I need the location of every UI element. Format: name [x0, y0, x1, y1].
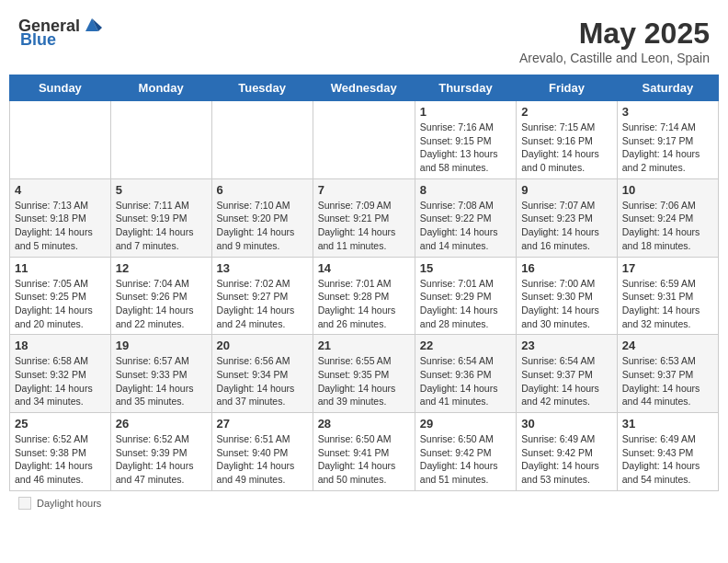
header-saturday: Saturday: [617, 75, 718, 101]
logo-blue-text: Blue: [20, 30, 56, 50]
day-info: Sunrise: 7:02 AM Sunset: 9:27 PM Dayligh…: [217, 277, 308, 331]
calendar-cell: 14Sunrise: 7:01 AM Sunset: 9:28 PM Dayli…: [313, 257, 415, 335]
calendar-cell: 18Sunrise: 6:58 AM Sunset: 9:32 PM Dayli…: [10, 335, 111, 413]
day-info: Sunrise: 6:56 AM Sunset: 9:34 PM Dayligh…: [217, 354, 308, 408]
day-number: 8: [420, 183, 511, 197]
day-info: Sunrise: 7:09 AM Sunset: 9:21 PM Dayligh…: [318, 199, 410, 253]
day-number: 22: [420, 339, 511, 352]
calendar-cell: [110, 101, 211, 179]
calendar-cell: 11Sunrise: 7:05 AM Sunset: 9:25 PM Dayli…: [10, 257, 111, 335]
header-tuesday: Tuesday: [211, 75, 313, 101]
day-number: 24: [622, 339, 713, 352]
day-number: 4: [15, 183, 106, 197]
calendar-cell: 28Sunrise: 6:50 AM Sunset: 9:41 PM Dayli…: [313, 413, 415, 491]
day-number: 5: [116, 183, 207, 197]
day-number: 19: [116, 339, 207, 352]
day-info: Sunrise: 6:53 AM Sunset: 9:37 PM Dayligh…: [622, 354, 713, 408]
day-number: 16: [521, 261, 612, 275]
calendar-cell: 27Sunrise: 6:51 AM Sunset: 9:40 PM Dayli…: [211, 413, 313, 491]
day-info: Sunrise: 7:01 AM Sunset: 9:28 PM Dayligh…: [318, 277, 410, 331]
day-number: 27: [217, 417, 308, 431]
day-info: Sunrise: 6:58 AM Sunset: 9:32 PM Dayligh…: [15, 354, 106, 408]
day-number: 6: [217, 183, 308, 197]
day-info: Sunrise: 6:52 AM Sunset: 9:39 PM Dayligh…: [116, 432, 207, 487]
header-wednesday: Wednesday: [313, 75, 415, 101]
day-number: 15: [420, 261, 511, 275]
day-info: Sunrise: 7:11 AM Sunset: 9:19 PM Dayligh…: [116, 199, 207, 253]
calendar-week-row-5: 25Sunrise: 6:52 AM Sunset: 9:38 PM Dayli…: [10, 413, 719, 491]
calendar-table: Sunday Monday Tuesday Wednesday Thursday…: [9, 75, 719, 491]
month-year-title: May 2025: [519, 17, 710, 51]
calendar-cell: 2Sunrise: 7:15 AM Sunset: 9:16 PM Daylig…: [517, 101, 618, 179]
day-info: Sunrise: 7:06 AM Sunset: 9:24 PM Dayligh…: [622, 199, 713, 253]
day-info: Sunrise: 7:05 AM Sunset: 9:25 PM Dayligh…: [15, 277, 106, 331]
calendar-cell: 5Sunrise: 7:11 AM Sunset: 9:19 PM Daylig…: [110, 178, 211, 257]
calendar-week-row-4: 18Sunrise: 6:58 AM Sunset: 9:32 PM Dayli…: [10, 335, 719, 413]
day-number: 3: [622, 105, 713, 119]
title-block: May 2025 Arevalo, Castille and Leon, Spa…: [519, 17, 710, 65]
day-info: Sunrise: 7:00 AM Sunset: 9:30 PM Dayligh…: [521, 277, 612, 331]
calendar-cell: 9Sunrise: 7:07 AM Sunset: 9:23 PM Daylig…: [517, 178, 618, 257]
day-number: 25: [15, 417, 106, 431]
day-info: Sunrise: 6:59 AM Sunset: 9:31 PM Dayligh…: [622, 277, 713, 331]
day-number: 26: [116, 417, 207, 431]
footer-daylight-label: Daylight hours: [37, 498, 101, 509]
page-container: General Blue May 2025 Arevalo, Castille …: [9, 9, 719, 515]
calendar-cell: 1Sunrise: 7:16 AM Sunset: 9:15 PM Daylig…: [415, 101, 516, 179]
calendar-cell: 26Sunrise: 6:52 AM Sunset: 9:39 PM Dayli…: [110, 413, 211, 491]
calendar-cell: 4Sunrise: 7:13 AM Sunset: 9:18 PM Daylig…: [10, 178, 111, 257]
day-number: 20: [217, 339, 308, 352]
calendar-cell: [313, 101, 415, 179]
day-info: Sunrise: 6:51 AM Sunset: 9:40 PM Dayligh…: [217, 432, 308, 487]
day-number: 17: [622, 261, 713, 275]
calendar-cell: [10, 101, 111, 179]
calendar-cell: 19Sunrise: 6:57 AM Sunset: 9:33 PM Dayli…: [110, 335, 211, 413]
day-number: 23: [521, 339, 612, 352]
day-number: 10: [622, 183, 713, 197]
day-info: Sunrise: 7:15 AM Sunset: 9:16 PM Dayligh…: [521, 121, 612, 175]
header-sunday: Sunday: [10, 75, 111, 101]
day-info: Sunrise: 7:08 AM Sunset: 9:22 PM Dayligh…: [420, 199, 511, 253]
day-info: Sunrise: 7:07 AM Sunset: 9:23 PM Dayligh…: [521, 199, 612, 253]
day-number: 31: [622, 417, 713, 431]
location-subtitle: Arevalo, Castille and Leon, Spain: [519, 51, 710, 65]
calendar-cell: 10Sunrise: 7:06 AM Sunset: 9:24 PM Dayli…: [617, 178, 718, 257]
day-number: 1: [420, 105, 511, 119]
calendar-week-row-3: 11Sunrise: 7:05 AM Sunset: 9:25 PM Dayli…: [10, 257, 719, 335]
day-info: Sunrise: 6:57 AM Sunset: 9:33 PM Dayligh…: [116, 354, 207, 408]
calendar-cell: 3Sunrise: 7:14 AM Sunset: 9:17 PM Daylig…: [617, 101, 718, 179]
calendar-cell: 30Sunrise: 6:49 AM Sunset: 9:42 PM Dayli…: [517, 413, 618, 491]
day-number: 30: [521, 417, 612, 431]
header: General Blue May 2025 Arevalo, Castille …: [9, 9, 719, 69]
calendar-cell: 23Sunrise: 6:54 AM Sunset: 9:37 PM Dayli…: [517, 335, 618, 413]
day-info: Sunrise: 7:10 AM Sunset: 9:20 PM Dayligh…: [217, 199, 308, 253]
calendar-cell: 25Sunrise: 6:52 AM Sunset: 9:38 PM Dayli…: [10, 413, 111, 491]
day-number: 29: [420, 417, 511, 431]
day-number: 11: [15, 261, 106, 275]
day-info: Sunrise: 7:16 AM Sunset: 9:15 PM Dayligh…: [420, 121, 511, 175]
day-info: Sunrise: 6:50 AM Sunset: 9:42 PM Dayligh…: [420, 432, 511, 487]
header-thursday: Thursday: [415, 75, 516, 101]
calendar-week-row-1: 1Sunrise: 7:16 AM Sunset: 9:15 PM Daylig…: [10, 101, 719, 179]
day-info: Sunrise: 7:04 AM Sunset: 9:26 PM Dayligh…: [116, 277, 207, 331]
calendar-cell: 21Sunrise: 6:55 AM Sunset: 9:35 PM Dayli…: [313, 335, 415, 413]
day-info: Sunrise: 6:54 AM Sunset: 9:36 PM Dayligh…: [420, 354, 511, 408]
day-info: Sunrise: 6:52 AM Sunset: 9:38 PM Dayligh…: [15, 432, 106, 487]
footer: Daylight hours: [9, 491, 719, 515]
footer-legend-box: [18, 497, 31, 510]
day-number: 13: [217, 261, 308, 275]
header-friday: Friday: [517, 75, 618, 101]
calendar-cell: [211, 101, 313, 179]
logo: General Blue: [18, 17, 102, 50]
logo-icon: [82, 15, 102, 35]
calendar-cell: 7Sunrise: 7:09 AM Sunset: 9:21 PM Daylig…: [313, 178, 415, 257]
calendar-cell: 13Sunrise: 7:02 AM Sunset: 9:27 PM Dayli…: [211, 257, 313, 335]
day-number: 21: [318, 339, 410, 352]
day-info: Sunrise: 7:14 AM Sunset: 9:17 PM Dayligh…: [622, 121, 713, 175]
day-info: Sunrise: 6:54 AM Sunset: 9:37 PM Dayligh…: [521, 354, 612, 408]
day-number: 28: [318, 417, 410, 431]
calendar-cell: 31Sunrise: 6:49 AM Sunset: 9:43 PM Dayli…: [617, 413, 718, 491]
day-info: Sunrise: 6:50 AM Sunset: 9:41 PM Dayligh…: [318, 432, 410, 487]
day-number: 18: [15, 339, 106, 352]
day-info: Sunrise: 6:55 AM Sunset: 9:35 PM Dayligh…: [318, 354, 410, 408]
